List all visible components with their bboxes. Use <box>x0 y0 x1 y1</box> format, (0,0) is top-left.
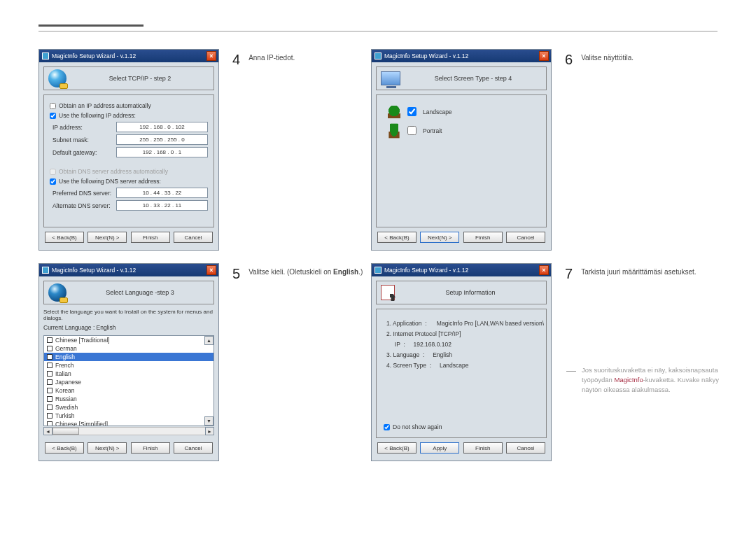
step-4-caption: 4 Anna IP-tiedot. <box>224 49 371 251</box>
ip-config-content: Obtain an IP address automatically Use t… <box>43 94 214 227</box>
lang-item[interactable]: Chinese [Traditional] <box>44 336 214 344</box>
wizard-setup-info-panel: MagicInfo Setup Wizard - v.1.12 × Setup … <box>371 263 552 461</box>
step-header: Setup Information <box>399 289 542 296</box>
scroll-right-button[interactable]: ► <box>205 427 214 435</box>
landscape-option[interactable]: Landscape <box>388 105 535 118</box>
close-button[interactable]: × <box>206 265 216 275</box>
lang-instructions: Select the language you want to install … <box>43 309 214 321</box>
ip-address-label: IP address: <box>50 124 116 131</box>
lang-item[interactable]: Russian <box>44 395 214 403</box>
lang-checkbox-icon <box>47 337 52 343</box>
finish-button[interactable]: Finish <box>463 442 503 454</box>
lang-item[interactable]: English <box>44 353 214 361</box>
next-button[interactable]: Next(N) > <box>88 442 127 454</box>
apply-button[interactable]: Apply <box>420 442 459 454</box>
back-button[interactable]: < Back(B) <box>377 442 416 454</box>
lang-label: Japanese <box>55 379 81 386</box>
finish-button[interactable]: Finish <box>131 232 170 243</box>
step-text: Valitse näyttötila. <box>581 52 634 251</box>
portrait-option[interactable]: Portrait <box>388 124 535 137</box>
layout-grid: MagicInfo Setup Wizard - v.1.12 × Select… <box>38 49 718 461</box>
lang-checkbox-icon <box>47 388 52 393</box>
dont-show-checkbox[interactable] <box>384 424 390 430</box>
scroll-left-button[interactable]: ◄ <box>43 427 52 435</box>
app-icon <box>374 52 382 59</box>
wizard-screen-type-panel: MagicInfo Setup Wizard - v.1.12 × Select… <box>371 49 552 251</box>
obtain-dns-auto-checkbox <box>50 169 56 175</box>
note-dash-icon: ― <box>566 365 576 461</box>
titlebar: MagicInfo Setup Wizard - v.1.12 × <box>39 50 218 62</box>
step-5-caption: 5 Valitse kieli. (Oletuskieli on English… <box>224 263 371 461</box>
obtain-ip-auto-checkbox[interactable] <box>50 103 56 109</box>
ip-address-input[interactable]: 192 . 168 . 0 . 102 <box>116 122 208 132</box>
lang-item[interactable]: Chinese [Simplified] <box>44 420 214 426</box>
gateway-label: Default gateway: <box>50 149 116 156</box>
lang-label: Korean <box>55 387 74 394</box>
use-following-ip-checkbox[interactable] <box>50 113 56 119</box>
step-text: Valitse kieli. (Oletuskieli on English.) <box>248 267 363 461</box>
alt-dns-input[interactable]: 10 . 33 . 22 . 11 <box>116 200 208 211</box>
close-button[interactable]: × <box>539 51 549 61</box>
finish-button[interactable]: Finish <box>131 442 170 454</box>
lang-label: French <box>55 362 74 369</box>
scroll-up-button[interactable]: ▲ <box>204 336 214 345</box>
window-title: MagicInfo Setup Wizard - v.1.12 <box>52 52 136 59</box>
globe-icon <box>48 283 66 302</box>
cancel-button[interactable]: Cancel <box>506 442 545 454</box>
back-button[interactable]: < Back(B) <box>45 442 84 454</box>
next-button[interactable]: Next(N) > <box>420 232 459 243</box>
pref-dns-input[interactable]: 10 . 44 . 33 . 22 <box>116 188 208 198</box>
step-header: Select Screen Type - step 4 <box>405 75 542 82</box>
close-button[interactable]: × <box>206 51 216 61</box>
close-button[interactable]: × <box>539 265 549 275</box>
lang-item[interactable]: Turkish <box>44 412 214 420</box>
scroll-down-button[interactable]: ▼ <box>204 416 214 426</box>
lang-item[interactable]: Swedish <box>44 403 214 412</box>
next-button[interactable]: Next(N) > <box>88 232 127 243</box>
lang-checkbox-icon <box>47 421 52 426</box>
lang-checkbox-icon <box>47 371 52 377</box>
landscape-checkbox[interactable] <box>407 107 416 116</box>
horizontal-scrollbar[interactable]: ◄ ► <box>43 427 214 435</box>
screen-type-content: Landscape Portrait <box>376 94 547 227</box>
landscape-icon <box>388 106 400 118</box>
alt-dns-label: Alternate DNS server: <box>50 202 116 209</box>
step-number: 6 <box>565 52 573 251</box>
lang-label: Swedish <box>55 404 78 411</box>
portrait-checkbox[interactable] <box>407 126 416 135</box>
cancel-button[interactable]: Cancel <box>174 232 213 243</box>
obtain-ip-auto-label: Obtain an IP address automatically <box>59 102 151 109</box>
back-button[interactable]: < Back(B) <box>377 232 416 243</box>
info-language: 3. Language : English <box>386 351 536 358</box>
info-screen-type: 4. Screen Type : Landscape <box>386 362 536 369</box>
lang-item[interactable]: German <box>44 344 214 353</box>
subnet-mask-input[interactable]: 255 . 255 . 255 . 0 <box>116 134 208 145</box>
step-number: 7 <box>565 267 573 347</box>
lang-checkbox-icon <box>47 413 52 419</box>
pref-dns-label: Preferred DNS server: <box>50 190 116 197</box>
monitor-icon <box>381 71 400 85</box>
lang-item[interactable]: Japanese <box>44 378 214 386</box>
language-list[interactable]: ▲ Chinese [Traditional]GermanEnglishFren… <box>43 335 214 426</box>
app-icon <box>374 267 382 274</box>
lang-label: Russian <box>55 395 77 402</box>
back-button[interactable]: < Back(B) <box>45 232 84 243</box>
step-6-caption: 6 Valitse näyttötila. <box>556 49 728 251</box>
cancel-button[interactable]: Cancel <box>174 442 213 454</box>
cancel-button[interactable]: Cancel <box>506 232 545 243</box>
use-following-dns-checkbox[interactable] <box>50 178 56 185</box>
use-following-ip-label: Use the following IP address: <box>59 112 136 119</box>
finish-button[interactable]: Finish <box>463 232 503 243</box>
lang-checkbox-icon <box>47 354 52 360</box>
step-7-caption: 7 Tarkista juuri määrittämäsi asetukset.… <box>556 263 728 461</box>
lang-label: German <box>55 345 77 352</box>
gateway-input[interactable]: 192 . 168 . 0 . 1 <box>116 147 208 157</box>
scroll-thumb[interactable] <box>52 428 79 435</box>
lang-item[interactable]: French <box>44 361 214 370</box>
lang-item[interactable]: Italian <box>44 370 214 378</box>
step-text: Anna IP-tiedot. <box>248 52 295 251</box>
titlebar: MagicInfo Setup Wizard - v.1.12 × <box>372 264 551 276</box>
lang-item[interactable]: Korean <box>44 386 214 395</box>
lang-label: Chinese [Simplified] <box>55 421 108 426</box>
wizard-language-panel: MagicInfo Setup Wizard - v.1.12 × Select… <box>38 263 219 461</box>
